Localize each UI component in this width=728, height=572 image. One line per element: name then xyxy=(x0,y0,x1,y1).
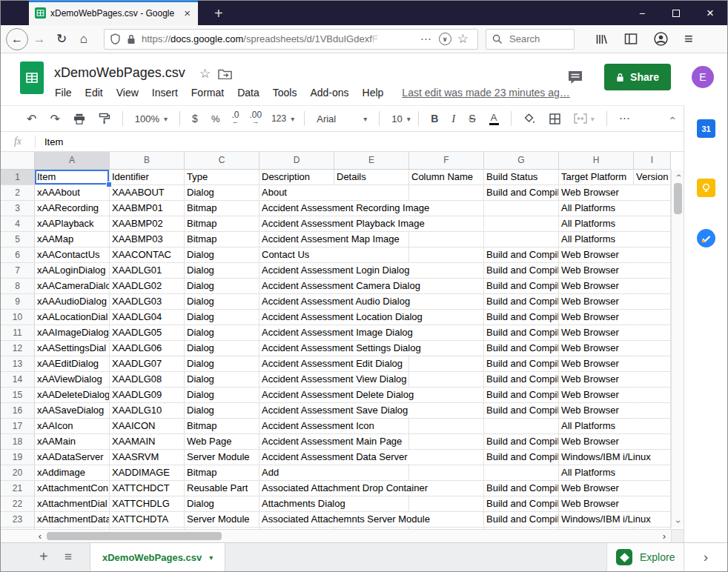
cell-A6[interactable]: xAAContactUs xyxy=(35,247,110,263)
cell-B6[interactable]: XAACONTAC xyxy=(110,247,185,263)
collapse-toolbar-icon[interactable]: › xyxy=(665,116,678,120)
cell-C11[interactable]: Dialog xyxy=(185,325,259,341)
cell-B16[interactable]: XAADLG10 xyxy=(110,403,185,419)
cell-I17[interactable] xyxy=(634,419,671,434)
home-button[interactable]: ⌂ xyxy=(73,32,95,47)
percent-format-button[interactable]: % xyxy=(205,113,227,124)
forward-button[interactable]: → xyxy=(28,32,50,47)
cell-A2[interactable]: xAAAbout xyxy=(35,185,110,201)
cell-B19[interactable]: XAASRVM xyxy=(110,450,185,465)
cell-D22[interactable]: Attachments Dialog xyxy=(259,496,334,512)
cell-A16[interactable]: xAASaveDialog xyxy=(35,403,110,419)
cell-C2[interactable]: Dialog xyxy=(185,185,259,201)
cell-I1[interactable]: Version xyxy=(634,170,671,185)
row-header-2[interactable]: 2 xyxy=(1,185,35,201)
cell-E6[interactable] xyxy=(334,247,409,263)
cell-A4[interactable]: xAAPlayback xyxy=(35,216,110,232)
share-button[interactable]: Share xyxy=(604,64,671,90)
cell-G21[interactable]: Build and Compil xyxy=(484,481,559,496)
cell-G22[interactable]: Build and Compil xyxy=(484,496,559,512)
cell-I7[interactable] xyxy=(634,263,671,279)
cell-D3[interactable]: Accident Assessment Recording Image xyxy=(259,201,334,216)
cell-C12[interactable]: Dialog xyxy=(185,341,259,356)
cell-A14[interactable]: xAAViewDialog xyxy=(35,372,110,388)
column-header-F[interactable]: F xyxy=(409,152,484,170)
cell-B18[interactable]: XAAMAIN xyxy=(110,434,185,450)
page-actions-icon[interactable]: ⋯ xyxy=(416,33,436,46)
cell-C21[interactable]: Reusable Part xyxy=(185,481,259,496)
cell-A7[interactable]: xAALoginDialog xyxy=(35,263,110,279)
cell-H17[interactable]: All Platforms xyxy=(559,419,634,434)
cell-G9[interactable]: Build and Compil xyxy=(484,294,559,310)
sidebars-icon[interactable] xyxy=(624,33,638,44)
cell-I13[interactable] xyxy=(634,356,671,372)
cell-E1[interactable]: Details xyxy=(334,170,409,185)
more-formats-button[interactable]: 123▾ xyxy=(267,113,299,124)
paint-format-button[interactable] xyxy=(92,113,117,124)
explore-button[interactable]: Explore xyxy=(640,551,675,563)
row-header-3[interactable]: 3 xyxy=(1,201,35,216)
row-header-17[interactable]: 17 xyxy=(1,419,35,434)
cell-F16[interactable] xyxy=(409,403,484,419)
cell-D12[interactable]: Accident Assessment Settings Dialog xyxy=(259,341,334,356)
cell-C4[interactable]: Bitmap xyxy=(185,216,259,232)
cell-D17[interactable]: Accident Assessment Icon xyxy=(259,419,334,434)
cell-F22[interactable] xyxy=(409,496,484,512)
cell-D21[interactable]: Associated Attachment Drop Container xyxy=(259,481,334,496)
cell-C17[interactable]: Bitmap xyxy=(185,419,259,434)
menu-insert[interactable]: Insert xyxy=(145,84,185,101)
cell-D16[interactable]: Accident Assessment Save Dialog xyxy=(259,403,334,419)
cell-B14[interactable]: XAADLG08 xyxy=(110,372,185,388)
maximize-button[interactable] xyxy=(659,1,693,25)
cell-D23[interactable]: Associated Attachemnts Server Module xyxy=(259,512,334,528)
cell-H1[interactable]: Target Platform xyxy=(559,170,634,185)
cell-I3[interactable] xyxy=(634,201,671,216)
expand-panel-icon[interactable]: › xyxy=(704,549,708,565)
cell-A1[interactable]: Item xyxy=(35,170,110,185)
cell-F20[interactable] xyxy=(409,465,484,481)
cell-H8[interactable]: Web Browser xyxy=(559,279,634,294)
cell-G8[interactable]: Build and Compil xyxy=(484,279,559,294)
menu-file[interactable]: File xyxy=(48,84,79,101)
scroll-up-icon[interactable]: › xyxy=(672,170,684,182)
row-header-7[interactable]: 7 xyxy=(1,263,35,279)
sheet-tab-active[interactable]: xDemoWebPages.csv ▾ xyxy=(90,543,225,571)
cell-B17[interactable]: XAAICON xyxy=(110,419,185,434)
explore-icon[interactable] xyxy=(616,549,632,565)
cell-H19[interactable]: Windows/IBM i/Linux xyxy=(559,450,634,465)
row-header-19[interactable]: 19 xyxy=(1,450,35,465)
sheets-logo-icon[interactable] xyxy=(20,61,44,94)
cell-I9[interactable] xyxy=(634,294,671,310)
library-icon[interactable] xyxy=(595,33,608,45)
cell-C8[interactable]: Dialog xyxy=(185,279,259,294)
menu-edit[interactable]: Edit xyxy=(79,84,110,101)
cell-A5[interactable]: xAAMap xyxy=(35,232,110,247)
cell-G17[interactable] xyxy=(484,419,559,434)
reload-button[interactable]: ↻ xyxy=(50,31,73,47)
cell-B3[interactable]: XAABMP01 xyxy=(110,201,185,216)
add-sheet-button[interactable]: + xyxy=(35,548,53,565)
cell-I2[interactable] xyxy=(634,185,671,201)
cell-I8[interactable] xyxy=(634,279,671,294)
cell-D11[interactable]: Accident Assessment Image Dialog xyxy=(259,325,334,341)
cell-C3[interactable]: Bitmap xyxy=(185,201,259,216)
row-header-8[interactable]: 8 xyxy=(1,279,35,294)
browser-tab[interactable]: xDemoWebPages.csv - Google × xyxy=(29,1,198,25)
cell-H21[interactable]: Web Browser xyxy=(559,481,634,496)
column-header-A[interactable]: A xyxy=(35,152,110,170)
more-toolbar-button[interactable]: ⋯ xyxy=(612,112,637,125)
cell-F6[interactable] xyxy=(409,247,484,263)
column-header-H[interactable]: H xyxy=(559,152,634,170)
cell-H7[interactable]: Web Browser xyxy=(559,263,634,279)
cell-D9[interactable]: Accident Assessment Audio Dialog xyxy=(259,294,334,310)
cell-F2[interactable] xyxy=(409,185,484,201)
row-header-1[interactable]: 1 xyxy=(1,170,35,185)
comment-icon[interactable] xyxy=(568,70,583,84)
cell-G13[interactable]: Build and Compil xyxy=(484,356,559,372)
cell-G7[interactable]: Build and Compil xyxy=(484,263,559,279)
scroll-right-icon[interactable]: › xyxy=(659,530,669,542)
keep-icon[interactable] xyxy=(697,179,715,197)
column-header-E[interactable]: E xyxy=(334,152,409,170)
scroll-down-icon[interactable]: › xyxy=(672,516,684,528)
tasks-icon[interactable] xyxy=(697,229,715,247)
